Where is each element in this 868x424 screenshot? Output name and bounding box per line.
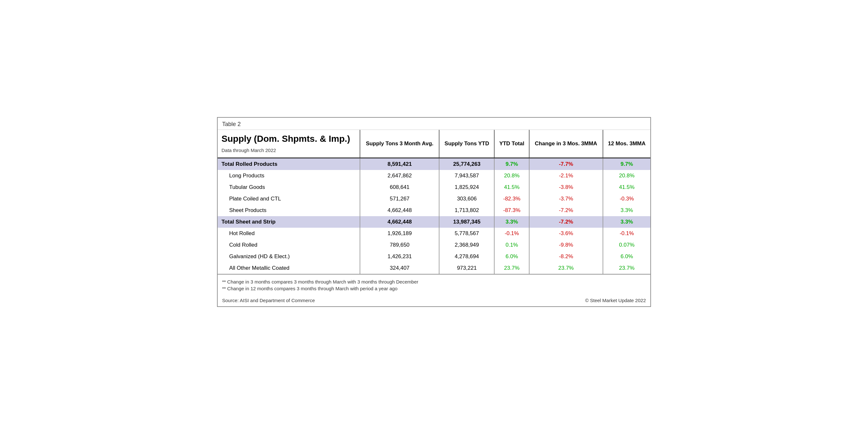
change-3m: -3.6% [529,228,603,239]
change-3m: -3.7% [529,193,603,205]
supply-ytd: 1,713,802 [439,205,494,216]
supply-3m: 4,662,448 [360,216,439,228]
ytd-total: 9.7% [494,158,529,170]
footnote-2: ** Change in 12 months compares 3 months… [222,286,646,291]
table-row: Plate Coiled and CTL571,267303,606-82.3%… [218,193,650,205]
table-row: All Other Metallic Coated324,407973,2212… [218,262,650,274]
row-name: Total Rolled Products [218,158,360,170]
change-3m: -3.8% [529,182,603,193]
ytd-total: 41.5% [494,182,529,193]
copyright-text: © Steel Market Update 2022 [585,298,646,303]
change-12m: 3.3% [603,205,650,216]
footnotes: ** Change in 3 months compares 3 months … [218,274,650,295]
table-row: Total Rolled Products8,591,42125,774,263… [218,158,650,170]
row-name: All Other Metallic Coated [218,262,360,274]
ytd-total: -0.1% [494,228,529,239]
table-row: Total Sheet and Strip4,662,44813,987,345… [218,216,650,228]
row-name: Sheet Products [218,205,360,216]
table-row: Sheet Products4,662,4481,713,802-87.3%-7… [218,205,650,216]
supply-ytd: 5,778,567 [439,228,494,239]
supply-3m: 4,662,448 [360,205,439,216]
supply-ytd: 25,774,263 [439,158,494,170]
footnote-1: ** Change in 3 months compares 3 months … [222,279,646,284]
table-row: Cold Rolled789,6502,368,9490.1%-9.8%0.07… [218,239,650,251]
row-name: Hot Rolled [218,228,360,239]
supply-ytd: 1,825,924 [439,182,494,193]
change-12m: -0.1% [603,228,650,239]
ytd-total: 0.1% [494,239,529,251]
col1-title: Supply (Dom. Shpmts. & Imp.) [221,134,350,144]
ytd-total: 20.8% [494,170,529,182]
supply-3m: 608,641 [360,182,439,193]
table-row: Long Products2,647,8627,943,58720.8%-2.1… [218,170,650,182]
row-name: Plate Coiled and CTL [218,193,360,205]
col2-header: Supply Tons 3 Month Avg. [360,130,439,158]
row-name: Cold Rolled [218,239,360,251]
col3-header: Supply Tons YTD [439,130,494,158]
col6-header: 12 Mos. 3MMA [603,130,650,158]
change-12m: 3.3% [603,216,650,228]
supply-ytd: 4,278,694 [439,251,494,262]
ytd-total: -82.3% [494,193,529,205]
supply-ytd: 303,606 [439,193,494,205]
change-3m: -2.1% [529,170,603,182]
supply-3m: 1,426,231 [360,251,439,262]
change-3m: -7.2% [529,216,603,228]
row-name: Total Sheet and Strip [218,216,360,228]
table-label: Table 2 [218,118,650,130]
change-3m: -9.8% [529,239,603,251]
col4-header: YTD Total [494,130,529,158]
ytd-total: 23.7% [494,262,529,274]
supply-3m: 324,407 [360,262,439,274]
supply-3m: 571,267 [360,193,439,205]
source-text: Source: AISI and Department of Commerce [222,298,315,303]
table-row: Galvanized (HD & Elect.)1,426,2314,278,6… [218,251,650,262]
change-12m: 9.7% [603,158,650,170]
main-table: Supply (Dom. Shpmts. & Imp.) Data throug… [218,130,650,274]
change-3m: -7.2% [529,205,603,216]
change-3m: 23.7% [529,262,603,274]
supply-ytd: 7,943,587 [439,170,494,182]
col1-header: Supply (Dom. Shpmts. & Imp.) Data throug… [218,130,360,158]
change-12m: -0.3% [603,193,650,205]
supply-3m: 2,647,862 [360,170,439,182]
row-name: Long Products [218,170,360,182]
change-12m: 41.5% [603,182,650,193]
table-row: Tubular Goods608,6411,825,92441.5%-3.8%4… [218,182,650,193]
col5-header: Change in 3 Mos. 3MMA [529,130,603,158]
supply-ytd: 973,221 [439,262,494,274]
change-12m: 6.0% [603,251,650,262]
row-name: Tubular Goods [218,182,360,193]
supply-3m: 8,591,421 [360,158,439,170]
change-12m: 20.8% [603,170,650,182]
change-3m: -8.2% [529,251,603,262]
ytd-total: -87.3% [494,205,529,216]
table-row: Hot Rolled1,926,1895,778,567-0.1%-3.6%-0… [218,228,650,239]
col1-subtitle: Data through March 2022 [221,148,276,153]
change-12m: 0.07% [603,239,650,251]
supply-3m: 1,926,189 [360,228,439,239]
table-container: Table 2 Supply (Dom. Shpmts. & Imp.) Dat… [217,117,651,307]
change-3m: -7.7% [529,158,603,170]
ytd-total: 3.3% [494,216,529,228]
supply-ytd: 13,987,345 [439,216,494,228]
change-12m: 23.7% [603,262,650,274]
supply-ytd: 2,368,949 [439,239,494,251]
ytd-total: 6.0% [494,251,529,262]
footer-row: Source: AISI and Department of Commerce … [218,295,650,306]
row-name: Galvanized (HD & Elect.) [218,251,360,262]
supply-3m: 789,650 [360,239,439,251]
